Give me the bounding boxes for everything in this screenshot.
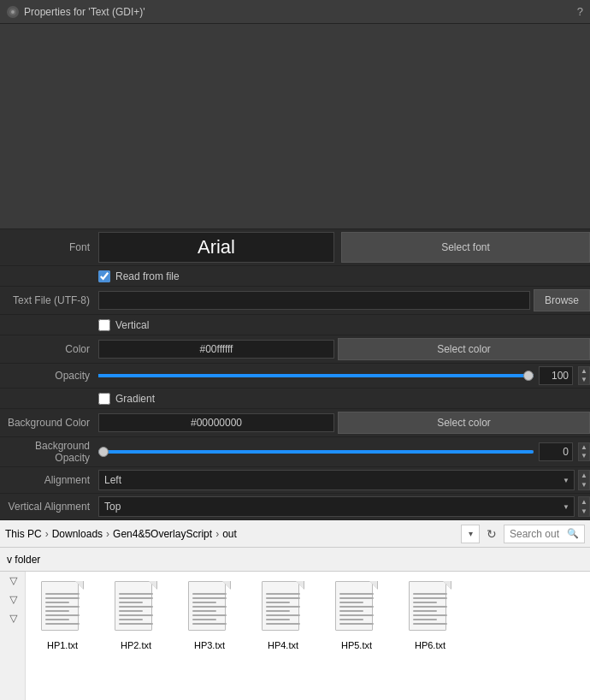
file-item[interactable]: HP1.txt (32, 578, 92, 650)
file-icon-bg (333, 578, 381, 637)
opacity-input[interactable]: 100 (539, 366, 573, 385)
breadcrumb-gen[interactable]: Gen4&5OverlayScript (113, 528, 212, 540)
help-button[interactable]: ? (577, 5, 583, 18)
svg-point-1 (11, 10, 15, 14)
vertical-alignment-down[interactable]: ▼ (579, 507, 589, 516)
file-grid-area: ◁ ◁ ◁ HP1.txt (0, 572, 590, 700)
nav-icon-2[interactable]: ◁ (7, 596, 19, 604)
browse-button[interactable]: Browse (534, 289, 590, 311)
select-color-button[interactable]: Select color (338, 338, 590, 360)
font-display: Arial (98, 232, 334, 263)
address-dropdown-btn[interactable]: ▾ (461, 525, 480, 543)
font-content: Arial Select font (98, 232, 590, 263)
file-name: HP4.txt (268, 640, 298, 650)
opacity-label: Opacity (0, 370, 98, 382)
color-label: Color (0, 343, 98, 355)
vertical-content: Vertical (98, 319, 149, 331)
txt-icon-fold (75, 581, 84, 590)
opacity-slider[interactable] (98, 374, 534, 377)
file-item[interactable]: HP5.txt (327, 578, 386, 650)
file-item[interactable]: HP4.txt (253, 578, 313, 650)
text-file-row: Text File (UTF-8) Browse (0, 287, 590, 315)
opacity-spinner: ▲ ▼ (578, 366, 590, 385)
gradient-content: Gradient (98, 393, 155, 405)
alignment-spinner: ▲ ▼ (578, 470, 590, 490)
search-icon: 🔍 (567, 528, 579, 539)
title-bar: Properties for 'Text (GDI+)' ? (0, 0, 590, 24)
gradient-row: Gradient (0, 389, 590, 409)
vertical-label: Vertical (115, 319, 149, 331)
file-icon-bg (259, 578, 307, 637)
new-folder-button[interactable]: v folder (3, 552, 44, 567)
txt-icon-lines (45, 593, 80, 625)
alignment-down[interactable]: ▼ (579, 480, 589, 489)
vertical-alignment-select[interactable]: Top Middle Bottom (98, 496, 575, 517)
app-icon (7, 6, 19, 18)
alignment-up[interactable]: ▲ (579, 471, 589, 480)
bg-opacity-up[interactable]: ▲ (579, 443, 589, 452)
read-from-file-checkbox[interactable] (98, 270, 110, 282)
file-item[interactable]: HP6.txt (400, 578, 460, 650)
bg-opacity-slider[interactable] (98, 450, 534, 454)
txt-icon-fold (296, 581, 304, 590)
breadcrumb-downloads[interactable]: Downloads (52, 528, 103, 540)
opacity-up[interactable]: ▲ (579, 367, 589, 376)
file-toolbar: v folder (0, 548, 590, 572)
file-browser: This PC › Downloads › Gen4&5OverlayScrip… (0, 520, 590, 700)
vertical-alignment-up[interactable]: ▲ (579, 497, 589, 507)
select-bg-color-button[interactable]: Select color (338, 412, 590, 434)
txt-icon-lines (192, 593, 227, 625)
font-row: Font Arial Select font (0, 229, 590, 266)
txt-icon (409, 581, 451, 634)
txt-icon-lines (413, 593, 447, 625)
breadcrumb-sep-3: › (215, 528, 219, 540)
read-from-file-row: Read from file (0, 266, 590, 287)
txt-icon (41, 581, 84, 634)
vertical-row: Vertical (0, 315, 590, 335)
bg-opacity-content: 0 ▲ ▼ (98, 442, 590, 461)
file-item[interactable]: HP3.txt (180, 578, 239, 650)
search-input[interactable] (510, 528, 563, 540)
alignment-select[interactable]: Left Center Right (98, 470, 575, 490)
txt-icon-lines (266, 593, 300, 625)
bg-opacity-input[interactable]: 0 (539, 442, 573, 461)
file-item[interactable]: HP2.txt (106, 578, 166, 650)
file-name: HP2.txt (121, 640, 151, 650)
alignment-label: Alignment (0, 474, 98, 486)
read-from-file-label: Read from file (115, 270, 180, 282)
font-label: Font (0, 241, 98, 253)
vertical-alignment-content: Top Middle Bottom ▲ ▼ (98, 496, 590, 517)
nav-icon-1[interactable]: ◁ (7, 578, 19, 585)
select-font-button[interactable]: Select font (341, 232, 590, 263)
breadcrumb-sep-1: › (45, 528, 49, 540)
nav-icon-3[interactable]: ◁ (7, 615, 19, 623)
color-row: Color #00ffffff Select color (0, 335, 590, 364)
bg-color-value: #00000000 (98, 413, 334, 432)
opacity-content: 100 ▲ ▼ (98, 366, 590, 385)
bg-color-row: Background Color #00000000 Select color (0, 409, 590, 437)
alignment-select-wrapper: Left Center Right (98, 470, 575, 490)
sidebar-nav: ◁ ◁ ◁ (0, 572, 26, 700)
txt-icon-lines (339, 593, 374, 625)
vertical-alignment-select-wrapper: Top Middle Bottom (98, 496, 575, 517)
txt-icon (188, 581, 231, 634)
vertical-alignment-spinner: ▲ ▼ (578, 496, 590, 517)
file-icon-bg (186, 578, 233, 637)
vertical-alignment-label: Vertical Alignment (0, 501, 98, 513)
breadcrumb-out[interactable]: out (222, 528, 237, 540)
opacity-down[interactable]: ▼ (579, 376, 589, 384)
gradient-checkbox[interactable] (98, 393, 110, 405)
bg-color-content: #00000000 Select color (98, 412, 590, 434)
txt-icon (115, 581, 157, 634)
bg-opacity-down[interactable]: ▼ (579, 452, 589, 460)
text-file-input[interactable] (98, 291, 530, 310)
vertical-checkbox[interactable] (98, 319, 110, 331)
txt-icon-fold (443, 581, 451, 590)
txt-icon-fold (369, 581, 378, 590)
breadcrumb-this-pc[interactable]: This PC (5, 528, 42, 540)
alignment-content: Left Center Right ▲ ▼ (98, 470, 590, 490)
refresh-button[interactable]: ↻ (483, 525, 500, 543)
file-name: HP5.txt (341, 640, 372, 650)
file-name: HP1.txt (47, 640, 78, 650)
font-name: Arial (198, 236, 235, 258)
